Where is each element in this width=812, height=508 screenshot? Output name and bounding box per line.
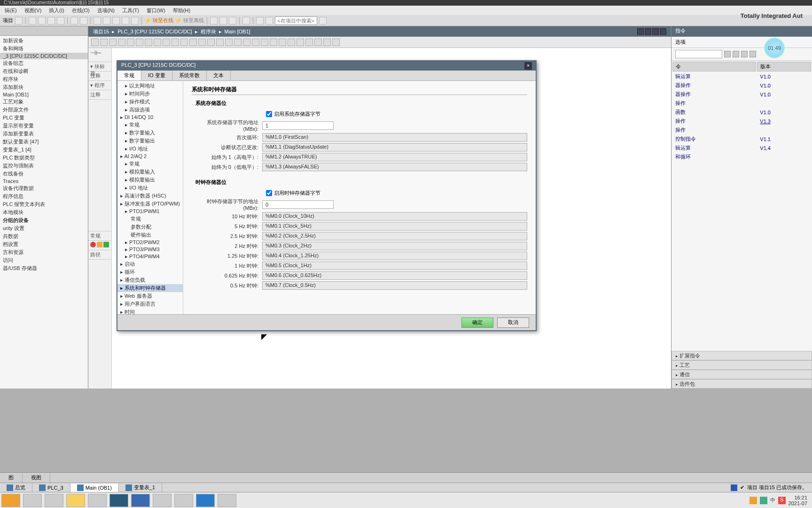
tool-icon[interactable]: [207, 39, 215, 46]
nav-item[interactable]: ▸ PTO4/PWM4: [117, 253, 183, 260]
ok-button[interactable]: 确定: [461, 318, 493, 328]
nav-item[interactable]: ▸ 以太网地址: [117, 82, 183, 90]
tool-icon[interactable]: [288, 39, 295, 46]
tool-icon[interactable]: [154, 39, 161, 46]
tool-icon[interactable]: [94, 17, 101, 24]
tool-icon[interactable]: [265, 17, 273, 24]
delete-icon[interactable]: [57, 17, 64, 24]
tree-item[interactable]: 共数据: [0, 232, 88, 240]
cat-tech[interactable]: 工艺: [671, 360, 812, 370]
tool-icon[interactable]: [225, 39, 233, 46]
nav-item[interactable]: ▸ I/O 地址: [117, 184, 183, 192]
nav-item[interactable]: ▸ 用户界面语言: [117, 300, 183, 308]
edge-icon[interactable]: [45, 494, 63, 507]
filter-icon[interactable]: [750, 51, 756, 57]
crumb[interactable]: PLC_3 [CPU 1215C DC/DC/DC]: [117, 29, 192, 34]
table-row[interactable]: 函数V1.0: [672, 108, 811, 116]
tool-icon[interactable]: [131, 17, 139, 24]
nav-item[interactable]: ▸ PTO2/PWM2: [117, 239, 183, 246]
tool-icon[interactable]: [243, 39, 250, 46]
tool-icon[interactable]: [252, 39, 259, 46]
tool-icon[interactable]: [109, 39, 117, 46]
nav-item[interactable]: ▸ 通信负载: [117, 276, 183, 284]
menu-insert[interactable]: 插入(I): [49, 7, 64, 14]
nav-item[interactable]: ▸ AI 2/AQ 2: [117, 153, 183, 160]
explorer-icon[interactable]: [23, 494, 42, 507]
folder-icon[interactable]: [66, 494, 85, 507]
tree-item[interactable]: 档设置: [0, 240, 88, 248]
nav-item[interactable]: ▸ 数字量输入: [117, 129, 183, 137]
tree-item[interactable]: 分组的设备: [0, 216, 88, 224]
tree-item[interactable]: _3 [CPU 1215C DC/DC/DC]: [0, 53, 88, 59]
tool-icon[interactable]: [189, 39, 197, 46]
undo-icon[interactable]: [70, 17, 78, 24]
filter-icon[interactable]: [741, 51, 748, 57]
tree-item[interactable]: 言和资源: [0, 248, 88, 256]
minimize-icon[interactable]: [637, 28, 644, 35]
tool-icon[interactable]: [198, 39, 206, 46]
tree-item[interactable]: 在线和诊断: [0, 67, 88, 75]
tool-icon[interactable]: [103, 17, 110, 24]
crumb[interactable]: 项目15: [93, 28, 109, 35]
tool-icon[interactable]: [172, 39, 179, 46]
nav-item[interactable]: ▸ 脉冲发生器 (PTO/PWM): [117, 200, 183, 208]
nav-item[interactable]: ▸ PTO3/PWM3: [117, 246, 183, 253]
nav-item[interactable]: ▸ 模拟量输出: [117, 176, 183, 184]
tree-item[interactable]: PLC 数据类型: [0, 154, 88, 162]
nav-item[interactable]: ▸ Web 服务器: [117, 292, 183, 300]
tool-icon[interactable]: [118, 39, 125, 46]
tree-item[interactable]: PLC 报警文本列表: [0, 200, 88, 208]
close-icon[interactable]: ×: [524, 62, 532, 70]
table-row[interactable]: 操作: [672, 126, 811, 134]
tab-const[interactable]: 系统常数: [172, 71, 207, 80]
tree-item[interactable]: 备和网络: [0, 45, 88, 53]
tree-item[interactable]: 加新设备: [0, 37, 88, 45]
menu-tools[interactable]: 工具(T): [122, 7, 139, 14]
tool-icon[interactable]: [270, 39, 277, 46]
tray-icon[interactable]: [760, 497, 767, 504]
tool-icon[interactable]: [323, 39, 331, 46]
browser-icon[interactable]: [88, 494, 107, 507]
tool-icon[interactable]: [261, 39, 268, 46]
nav-item[interactable]: ▸ I/O 地址: [117, 145, 183, 153]
nav-item[interactable]: ▸ 启动: [117, 260, 183, 268]
save-icon[interactable]: [15, 17, 23, 24]
tool-icon[interactable]: [112, 17, 120, 24]
tree-item[interactable]: Traces: [0, 178, 88, 184]
cat-comm[interactable]: 通信: [671, 370, 812, 379]
table-row[interactable]: 操作V1.3: [672, 117, 811, 125]
visio-icon[interactable]: [131, 494, 150, 507]
col-name[interactable]: 令: [672, 62, 756, 71]
table-row[interactable]: 器操作V1.0: [672, 81, 811, 89]
table-row[interactable]: 器操作V1.0: [672, 90, 811, 98]
search-icon[interactable]: [319, 17, 327, 24]
tool-icon[interactable]: [136, 39, 143, 46]
tree-item[interactable]: urity 设置: [0, 224, 88, 232]
nav-item[interactable]: ▸ 时间同步: [117, 90, 183, 98]
clock-mem-addr-input[interactable]: [262, 200, 334, 209]
filter-icon[interactable]: [724, 51, 731, 57]
table-row[interactable]: 控制指令V1.1: [672, 135, 811, 143]
tab-portal[interactable]: 图: [0, 473, 23, 483]
menu-edit[interactable]: 辑(E): [5, 7, 17, 14]
status-tab[interactable]: 总览: [0, 483, 32, 492]
nav-item[interactable]: ▸ 模拟量输入: [117, 168, 183, 176]
tree-item[interactable]: 监控与强制表: [0, 162, 88, 170]
app-icon[interactable]: [218, 494, 236, 507]
app-icon[interactable]: [153, 494, 172, 507]
nav-item[interactable]: ▸ DI 14/DQ 10: [117, 114, 183, 121]
enable-sys-mem-checkbox[interactable]: [266, 111, 272, 117]
sys-mem-addr-input[interactable]: [262, 121, 334, 130]
table-row[interactable]: 辑运算V1.4: [672, 144, 811, 152]
nav-item[interactable]: ▸ 循环: [117, 268, 183, 276]
tool-icon[interactable]: [219, 17, 227, 24]
cat-options[interactable]: 选件包: [671, 379, 812, 389]
tree-item[interactable]: 本地模块: [0, 208, 88, 216]
enable-clock-mem-checkbox[interactable]: [266, 190, 272, 196]
table-row[interactable]: 和循环: [672, 153, 811, 161]
menu-options[interactable]: 选项(N): [97, 7, 115, 14]
tree-item[interactable]: 设备组态: [0, 59, 88, 67]
tree-item[interactable]: 工艺对象: [0, 98, 88, 106]
tool-icon[interactable]: [216, 39, 224, 46]
cat-extended[interactable]: 扩展指令: [671, 351, 812, 360]
